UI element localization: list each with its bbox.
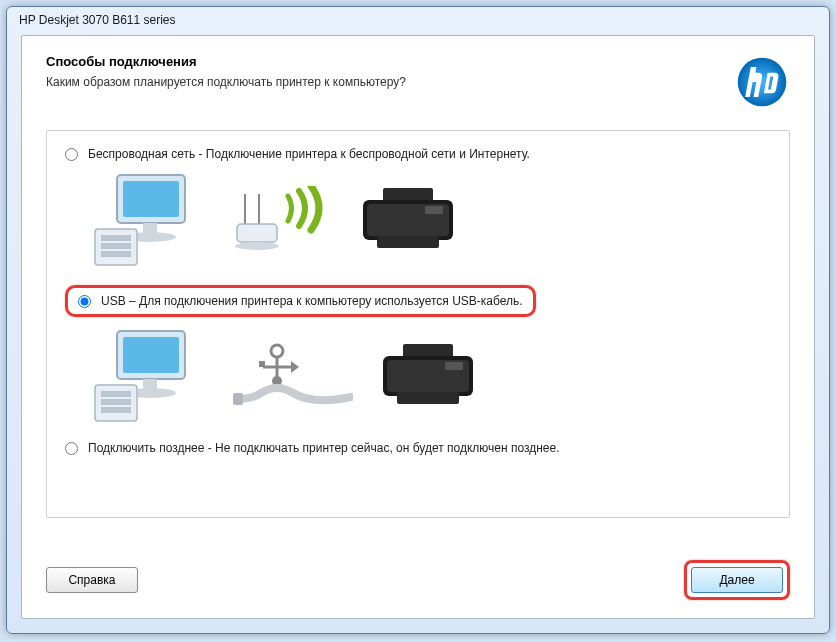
illustration-wireless: [93, 171, 771, 271]
router-wifi-icon: [233, 186, 333, 256]
radio-wireless-label[interactable]: Беспроводная сеть - Подключение принтера…: [88, 147, 530, 161]
content-area: Способы подключения Каким образом планир…: [21, 35, 815, 619]
svg-marker-30: [291, 361, 299, 373]
svg-rect-37: [445, 362, 463, 370]
option-wireless[interactable]: Беспроводная сеть - Подключение принтера…: [65, 147, 771, 161]
radio-usb-label[interactable]: USB – Для подключения принтера к компьют…: [101, 294, 523, 308]
svg-rect-3: [143, 223, 157, 233]
svg-point-12: [235, 242, 279, 250]
window-title: HP Deskjet 3070 B611 series: [19, 13, 176, 27]
header-row: Способы подключения Каким образом планир…: [46, 54, 790, 110]
radio-wireless[interactable]: [65, 148, 78, 161]
svg-rect-8: [101, 251, 131, 257]
svg-rect-19: [123, 337, 179, 373]
next-button-highlight: Далее: [684, 560, 790, 600]
printer-icon: [353, 186, 463, 256]
option-usb[interactable]: USB – Для подключения принтера к компьют…: [78, 294, 523, 308]
svg-rect-11: [237, 224, 277, 242]
computer-icon: [93, 171, 213, 271]
svg-rect-24: [101, 399, 131, 405]
svg-rect-25: [101, 407, 131, 413]
printer-icon: [373, 342, 483, 412]
header-text: Способы подключения Каким образом планир…: [46, 54, 406, 89]
svg-rect-7: [101, 243, 131, 249]
page-subtitle: Каким образом планируется подключать при…: [46, 75, 406, 89]
svg-rect-23: [101, 391, 131, 397]
usb-cable-icon: [233, 337, 353, 417]
help-button[interactable]: Справка: [46, 567, 138, 593]
option-usb-highlight: USB – Для подключения принтера к компьют…: [65, 285, 536, 317]
window-titlebar: HP Deskjet 3070 B611 series: [7, 7, 829, 35]
radio-later[interactable]: [65, 442, 78, 455]
radio-later-label[interactable]: Подключить позднее - Не подключать принт…: [88, 441, 560, 455]
svg-rect-17: [425, 206, 443, 214]
svg-rect-2: [123, 181, 179, 217]
svg-rect-16: [377, 236, 439, 248]
svg-rect-29: [259, 361, 265, 367]
svg-rect-33: [403, 344, 453, 358]
svg-point-0: [738, 58, 787, 107]
svg-rect-6: [101, 235, 131, 241]
radio-usb[interactable]: [78, 295, 91, 308]
svg-rect-13: [383, 188, 433, 202]
illustration-usb: [93, 327, 771, 427]
svg-rect-36: [397, 392, 459, 404]
hp-logo-icon: [734, 54, 790, 110]
option-later[interactable]: Подключить позднее - Не подключать принт…: [65, 441, 771, 455]
options-panel: Беспроводная сеть - Подключение принтера…: [46, 130, 790, 518]
svg-rect-20: [143, 379, 157, 389]
svg-point-26: [271, 345, 283, 357]
page-heading: Способы подключения: [46, 54, 406, 69]
svg-rect-32: [233, 393, 243, 405]
computer-icon: [93, 327, 213, 427]
footer-row: Справка Далее: [46, 560, 790, 600]
next-button[interactable]: Далее: [691, 567, 783, 593]
installer-window: HP Deskjet 3070 B611 series Способы подк…: [6, 6, 830, 634]
